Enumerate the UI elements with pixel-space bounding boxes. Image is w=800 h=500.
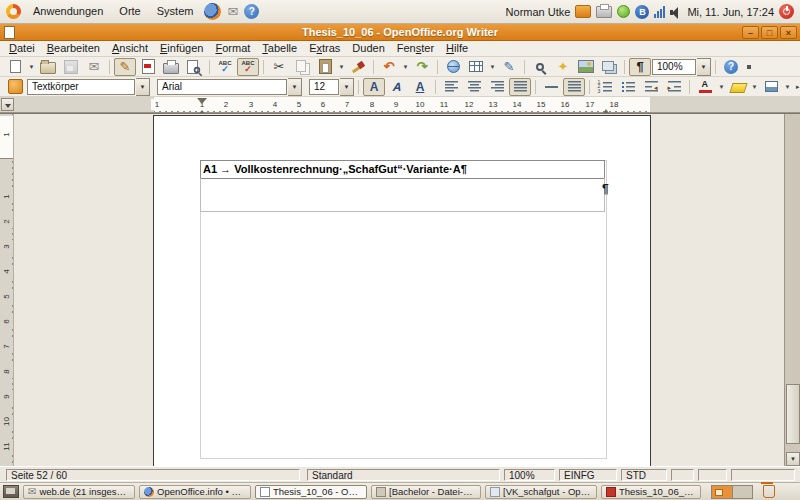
volume-icon[interactable]	[670, 6, 682, 18]
undo-button[interactable]: ↶	[378, 58, 400, 76]
styles-button[interactable]	[4, 78, 26, 96]
toolbar-overflow-handle[interactable]	[747, 65, 751, 69]
redo-button[interactable]: ↷	[411, 58, 433, 76]
network-status-icon[interactable]	[617, 5, 630, 18]
align-center-button[interactable]	[463, 78, 485, 96]
draw-functions-button[interactable]: ✎	[498, 58, 520, 76]
bullet-list-button[interactable]	[617, 78, 639, 96]
decrease-indent-button[interactable]: ◂	[640, 78, 662, 96]
paragraph-style-select[interactable]: Textkörper	[27, 79, 135, 95]
menu-tabelle[interactable]: Tabelle	[256, 41, 303, 56]
taskbar-item-pdf[interactable]: Thesis_10_06_b.pdf	[601, 485, 701, 499]
font-name-dropdown[interactable]: ▼	[288, 78, 302, 96]
gallery-button[interactable]	[575, 58, 597, 76]
zoom-dropdown[interactable]: ▼	[697, 58, 711, 76]
underline-button[interactable]: A	[409, 78, 431, 96]
menu-format[interactable]: Format	[209, 41, 256, 56]
font-size-dropdown[interactable]: ▼	[340, 78, 354, 96]
panel-menu-applications[interactable]: Anwendungen	[25, 0, 111, 23]
vertical-ruler[interactable]: 1 1 2 3 4 5 6 7 8 9 10 11	[0, 114, 14, 467]
paragraph-style-dropdown[interactable]: ▼	[136, 78, 150, 96]
scroll-down-button[interactable]: ▼	[786, 452, 800, 466]
workspace-switcher[interactable]	[711, 485, 753, 499]
menu-duden[interactable]: Duden	[346, 41, 390, 56]
open-button[interactable]	[37, 58, 59, 76]
new-document-dropdown[interactable]: ▼	[27, 58, 36, 76]
status-zoom[interactable]: 100%	[504, 469, 555, 481]
find-replace-button[interactable]	[529, 58, 551, 76]
bold-button[interactable]: A	[363, 78, 385, 96]
help-button[interactable]: ?	[720, 58, 742, 76]
taskbar-item-firefox[interactable]: OpenOffice.info • Ne...	[139, 485, 251, 499]
taskbar-item-vk-schafgut[interactable]: [VK_schafgut - Open...	[485, 485, 597, 499]
toolbar-overflow-arrow[interactable]: ▸	[796, 83, 800, 91]
navigator-button[interactable]: ✦	[552, 58, 574, 76]
zoom-input[interactable]: 100%	[652, 59, 696, 75]
status-selection-mode[interactable]: STD	[621, 469, 667, 481]
line-spacing-15-button[interactable]	[563, 78, 585, 96]
taskbar-item-webde[interactable]: ✉ web.de (21 insgesam...	[23, 485, 135, 499]
firefox-launcher-icon[interactable]	[204, 3, 221, 20]
menu-extras[interactable]: Extras	[303, 41, 346, 56]
data-sources-button[interactable]	[598, 58, 620, 76]
font-color-dropdown[interactable]: ▼	[717, 78, 726, 96]
align-left-button[interactable]	[440, 78, 462, 96]
ubuntu-logo-icon[interactable]	[6, 4, 21, 19]
status-page-number[interactable]: Seite 52 / 60	[6, 469, 300, 481]
maximize-button[interactable]: □	[761, 26, 778, 39]
numbered-list-button[interactable]	[594, 78, 616, 96]
document-page[interactable]: A1 → Vollkostenrechnung·„SchafGut“·Varia…	[153, 115, 651, 467]
panel-menu-places[interactable]: Orte	[111, 0, 148, 23]
taskbar-item-bachelor[interactable]: [Bachelor - Datei-Bro...	[371, 485, 481, 499]
font-size-select[interactable]: 12	[309, 79, 339, 95]
signal-strength-icon[interactable]	[654, 6, 665, 18]
save-button[interactable]	[60, 58, 82, 76]
status-modified-flag[interactable]	[698, 469, 727, 481]
edit-file-button[interactable]: ✎	[114, 58, 136, 76]
printer-status-icon[interactable]	[596, 6, 612, 18]
highlighting-dropdown[interactable]: ▼	[750, 78, 759, 96]
spellcheck-button[interactable]: ABC✓	[214, 58, 236, 76]
table-heading-cell[interactable]: A1 → Vollkostenrechnung·„SchafGut“·Varia…	[200, 160, 605, 179]
power-button-icon[interactable]	[779, 4, 794, 19]
increase-indent-button[interactable]: ▸	[663, 78, 685, 96]
scrollbar-thumb[interactable]	[786, 384, 800, 444]
help-launcher-icon[interactable]: ?	[244, 4, 259, 19]
mail-launcher-icon[interactable]: ✉	[227, 1, 238, 23]
close-button[interactable]: ×	[780, 26, 797, 39]
horizontal-ruler[interactable]: 1 1 2 3 4 5 6 7 8 9 10 11 12 13 14 15 16…	[0, 97, 800, 113]
clock[interactable]: Mi, 11. Jun, 17:24	[687, 6, 774, 18]
background-color-button[interactable]	[760, 78, 782, 96]
justify-button[interactable]	[509, 78, 531, 96]
status-insert-mode[interactable]: EINFG	[559, 469, 617, 481]
formatting-marks-button[interactable]: ¶	[629, 58, 651, 76]
show-desktop-button[interactable]	[3, 485, 19, 498]
trash-icon[interactable]	[763, 485, 775, 498]
menu-ansicht[interactable]: Ansicht	[106, 41, 154, 56]
update-notifier-icon[interactable]	[575, 5, 591, 18]
font-name-select[interactable]: Arial	[157, 79, 287, 95]
italic-button[interactable]: A	[386, 78, 408, 96]
menu-datei[interactable]: Datei	[3, 41, 41, 56]
workspace-1[interactable]	[712, 486, 732, 498]
page-preview-button[interactable]	[183, 58, 205, 76]
menu-einfuegen[interactable]: Einfügen	[154, 41, 209, 56]
panel-menu-system[interactable]: System	[149, 0, 202, 23]
format-paintbrush-button[interactable]	[347, 58, 369, 76]
insert-table-button[interactable]	[465, 58, 487, 76]
tab-type-selector[interactable]	[1, 98, 14, 111]
minimize-button[interactable]: –	[742, 26, 759, 39]
print-button[interactable]	[160, 58, 182, 76]
bluetooth-icon[interactable]: B	[635, 5, 649, 19]
table-body-cell[interactable]	[200, 178, 605, 212]
window-titlebar[interactable]: Thesis_10_06 - OpenOffice.org Writer – □…	[0, 24, 800, 41]
menu-bearbeiten[interactable]: Bearbeiten	[41, 41, 106, 56]
highlighting-button[interactable]	[727, 78, 749, 96]
background-color-dropdown[interactable]: ▼	[783, 78, 792, 96]
menu-fenster[interactable]: Fenster	[391, 41, 440, 56]
cut-button[interactable]: ✂	[268, 58, 290, 76]
autospellcheck-button[interactable]: ABC✓	[237, 58, 259, 76]
paste-dropdown[interactable]: ▼	[337, 58, 346, 76]
export-pdf-button[interactable]	[137, 58, 159, 76]
copy-button[interactable]	[291, 58, 313, 76]
